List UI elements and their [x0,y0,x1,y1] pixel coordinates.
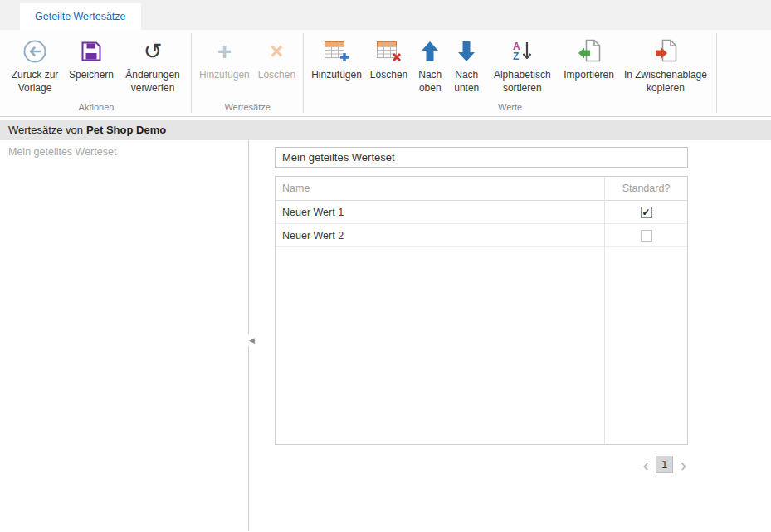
save-icon [81,34,102,69]
werte-loeschen-button[interactable]: Löschen [366,32,412,85]
import-icon [577,34,602,69]
ribbon-group-wertesaetze: + Hinzufügen × Löschen Wertesätze [192,30,303,116]
undo-icon: ↺ [144,34,163,69]
wertesaetze-loeschen-button: × Löschen [254,32,300,85]
aenderungen-verwerfen-button[interactable]: ↺ Änderungen verwerfen [118,32,188,97]
ribbon: Zurück zur Vorlage Speichern ↺ Änderunge… [0,30,771,117]
button-label: Nach oben [416,69,444,95]
tab-bar: Geteilte Wertesätze [0,0,771,30]
nach-unten-button[interactable]: Nach unten [448,32,485,97]
zurueck-zur-vorlage-button[interactable]: Zurück zur Vorlage [5,32,65,97]
current-page[interactable]: 1 [656,456,673,473]
sort-az-icon: A Z [513,34,532,69]
sidebar: Mein geteiltes Werteset [0,140,249,531]
werteset-name-input[interactable] [275,147,688,168]
down-arrow-icon [457,34,476,69]
speichern-button[interactable]: Speichern [65,32,118,85]
button-label: Zurück zur Vorlage [9,69,61,95]
in-zwischenablage-kopieren-button[interactable]: In Zwischenablage kopieren [618,32,713,97]
alphabetisch-sortieren-button[interactable]: A Z Alphabetisch sortieren [485,32,559,97]
ribbon-group-label: Wertesätze [192,101,303,116]
table-add-icon [324,34,350,69]
main-panel: Name Standard? Neuer Wert 1 ✓ Neuer Wert… [249,140,771,531]
copy-clipboard-icon [653,34,678,69]
ribbon-separator [716,33,717,113]
values-table: Name Standard? Neuer Wert 1 ✓ Neuer Wert… [275,176,688,445]
button-label: Hinzufügen [311,69,362,82]
body: Mein geteiltes Werteset ◀ Name Standard?… [0,140,771,531]
ribbon-group-label: Werte [304,101,716,116]
button-label: Speichern [69,69,114,82]
value-name-cell: Neuer Wert 1 [276,207,605,218]
check-icon: ✓ [642,207,650,217]
button-label: Änderungen verwerfen [122,69,183,95]
table-row[interactable]: Neuer Wert 1 ✓ [276,201,687,224]
table-delete-icon [376,34,403,69]
standard-checkbox[interactable]: ✓ [641,230,652,242]
table-row[interactable]: Neuer Wert 2 ✓ [276,224,687,247]
page-header: Wertesätze von Pet Shop Demo [0,120,771,140]
table-header-row: Name Standard? [276,177,687,201]
tab-geteilte-wertesaetze[interactable]: Geteilte Wertesätze [20,3,141,30]
value-name-cell: Neuer Wert 2 [276,230,605,242]
button-label: Nach unten [452,69,481,95]
werte-hinzufuegen-button[interactable]: Hinzufügen [307,32,366,85]
up-arrow-icon [421,34,439,69]
importieren-button[interactable]: Importieren [559,32,618,85]
button-label: Löschen [258,69,295,82]
next-page-icon[interactable]: › [679,456,688,473]
column-header-standard: Standard? [605,183,687,194]
pagination: ‹ 1 › [275,456,688,473]
x-icon: × [271,34,284,69]
button-label: Hinzufügen [199,69,250,82]
ribbon-group-werte: Hinzufügen Löschen [304,30,716,116]
back-icon [22,34,47,69]
page-header-title: Pet Shop Demo [86,124,166,136]
ribbon-group-label: Aktionen [2,101,191,116]
column-header-name: Name [276,183,605,194]
button-label: Alphabetisch sortieren [489,69,555,95]
wertesaetze-hinzufuegen-button: + Hinzufügen [195,32,254,85]
sidebar-collapse-handle[interactable]: ◀ [247,334,256,346]
sidebar-item-werteset[interactable]: Mein geteiltes Werteset [0,140,248,164]
button-label: Löschen [370,69,407,82]
standard-checkbox[interactable]: ✓ [641,207,652,218]
nach-oben-button[interactable]: Nach oben [412,32,448,97]
prev-page-icon[interactable]: ‹ [642,456,651,473]
plus-icon: + [217,34,232,69]
button-label: Importieren [564,69,614,82]
ribbon-group-aktionen: Zurück zur Vorlage Speichern ↺ Änderunge… [2,30,191,116]
button-label: In Zwischenablage kopieren [622,69,709,95]
page-header-prefix: Wertesätze von [8,124,83,136]
